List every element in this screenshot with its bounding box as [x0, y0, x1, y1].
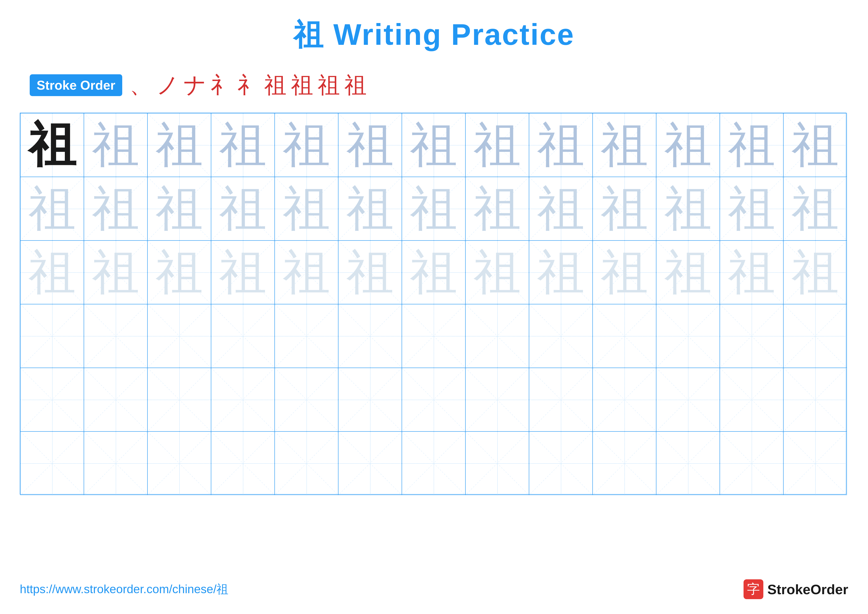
grid-cell[interactable]: 祖 — [593, 177, 656, 241]
grid-cell[interactable] — [211, 368, 274, 431]
grid-cell[interactable]: 祖 — [593, 113, 656, 177]
grid-cell[interactable]: 祖 — [593, 241, 656, 304]
grid-cell[interactable]: 祖 — [529, 177, 593, 241]
grid-cell[interactable] — [147, 304, 211, 368]
svg-line-151 — [656, 432, 719, 495]
grid-cell[interactable] — [338, 304, 402, 368]
grid-cell[interactable]: 祖 — [465, 177, 529, 241]
practice-char: 祖 — [92, 121, 140, 169]
practice-char: 祖 — [537, 249, 585, 296]
svg-line-94 — [529, 305, 592, 368]
grid-cell[interactable]: 祖 — [465, 113, 529, 177]
grid-cell[interactable] — [465, 368, 529, 431]
grid-cell[interactable] — [783, 368, 847, 431]
grid-cell[interactable]: 祖 — [783, 241, 847, 304]
grid-cell[interactable]: 祖 — [720, 113, 783, 177]
grid-cell[interactable] — [147, 368, 211, 431]
grid-cell[interactable]: 祖 — [656, 177, 720, 241]
grid-cell[interactable]: 祖 — [84, 241, 147, 304]
grid-cell[interactable]: 祖 — [338, 241, 402, 304]
grid-cell[interactable] — [720, 431, 783, 495]
grid-cell[interactable] — [20, 368, 84, 431]
grid-cell[interactable]: 祖 — [656, 241, 720, 304]
grid-cell[interactable]: 祖 — [211, 113, 274, 177]
grid-cell[interactable]: 祖 — [529, 241, 593, 304]
grid-cell[interactable] — [529, 368, 593, 431]
grid-cell[interactable]: 祖 — [20, 113, 84, 177]
svg-line-101 — [720, 305, 783, 368]
practice-char: 祖 — [156, 185, 203, 233]
grid-cell[interactable] — [529, 304, 593, 368]
grid-cell[interactable] — [274, 431, 338, 495]
grid-cell[interactable] — [211, 431, 274, 495]
grid-cell[interactable] — [84, 431, 147, 495]
grid-cell[interactable]: 祖 — [783, 113, 847, 177]
grid-cell[interactable] — [783, 304, 847, 368]
grid-cell[interactable] — [465, 431, 529, 495]
practice-char: 祖 — [664, 249, 712, 296]
grid-cell[interactable]: 祖 — [20, 177, 84, 241]
grid-cell[interactable] — [720, 368, 783, 431]
svg-line-78 — [20, 305, 84, 368]
grid-cell[interactable]: 祖 — [147, 113, 211, 177]
grid-cell[interactable]: 祖 — [147, 177, 211, 241]
grid-cell[interactable]: 祖 — [274, 113, 338, 177]
grid-cell[interactable] — [656, 304, 720, 368]
grid-cell[interactable] — [147, 431, 211, 495]
svg-line-88 — [338, 305, 401, 368]
svg-line-80 — [84, 305, 147, 368]
grid-cell[interactable]: 祖 — [720, 177, 783, 241]
grid-cell[interactable] — [84, 304, 147, 368]
grid-cell[interactable]: 祖 — [20, 241, 84, 304]
grid-cell[interactable]: 祖 — [402, 177, 465, 241]
svg-line-144 — [466, 432, 529, 495]
grid-cell[interactable]: 祖 — [338, 113, 402, 177]
grid-cell[interactable]: 祖 — [529, 113, 593, 177]
grid-cell[interactable] — [465, 304, 529, 368]
grid-cell[interactable] — [656, 431, 720, 495]
grid-cell[interactable] — [274, 304, 338, 368]
grid-cell[interactable] — [211, 304, 274, 368]
grid-cell[interactable]: 祖 — [402, 113, 465, 177]
grid-cell[interactable] — [720, 304, 783, 368]
grid-cell[interactable]: 祖 — [211, 177, 274, 241]
grid-cell[interactable] — [338, 431, 402, 495]
grid-cell[interactable] — [593, 304, 656, 368]
grid-cell[interactable]: 祖 — [720, 241, 783, 304]
logo-icon: 字 — [744, 579, 763, 599]
grid-cell[interactable] — [402, 431, 465, 495]
svg-line-87 — [275, 305, 338, 368]
grid-cell[interactable] — [20, 304, 84, 368]
grid-cell[interactable]: 祖 — [274, 241, 338, 304]
svg-line-155 — [784, 432, 847, 495]
svg-line-123 — [593, 368, 656, 431]
svg-line-114 — [338, 368, 401, 431]
practice-char: 祖 — [601, 121, 648, 169]
grid-cell[interactable] — [84, 368, 147, 431]
svg-line-92 — [466, 305, 529, 368]
grid-cell[interactable] — [274, 368, 338, 431]
grid-cell[interactable] — [783, 431, 847, 495]
grid-cell[interactable] — [656, 368, 720, 431]
grid-cell[interactable] — [20, 431, 84, 495]
grid-cell[interactable]: 祖 — [147, 241, 211, 304]
grid-cell[interactable]: 祖 — [783, 177, 847, 241]
svg-line-153 — [720, 432, 783, 495]
grid-cell[interactable]: 祖 — [656, 113, 720, 177]
grid-cell[interactable] — [402, 304, 465, 368]
grid-cell[interactable] — [529, 431, 593, 495]
stroke-5: 礻 — [237, 70, 260, 100]
grid-cell[interactable]: 祖 — [274, 177, 338, 241]
grid-cell[interactable]: 祖 — [338, 177, 402, 241]
grid-cell[interactable]: 祖 — [84, 113, 147, 177]
grid-cell[interactable]: 祖 — [84, 177, 147, 241]
grid-cell[interactable] — [338, 368, 402, 431]
grid-cell[interactable] — [593, 431, 656, 495]
footer: https://www.strokeorder.com/chinese/祖 字 … — [20, 579, 848, 599]
practice-char: 祖 — [474, 185, 521, 233]
grid-cell[interactable]: 祖 — [402, 241, 465, 304]
grid-cell[interactable] — [402, 368, 465, 431]
grid-cell[interactable]: 祖 — [211, 241, 274, 304]
grid-cell[interactable]: 祖 — [465, 241, 529, 304]
grid-cell[interactable] — [593, 368, 656, 431]
